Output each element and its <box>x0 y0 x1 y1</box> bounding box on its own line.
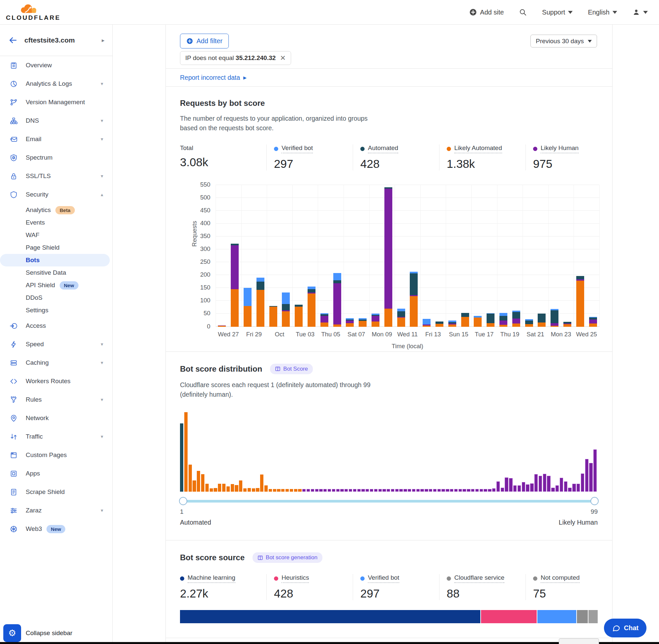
likely_automated-segment <box>499 325 508 326</box>
remove-filter-icon[interactable]: ✕ <box>280 54 286 62</box>
sidebar-item-network[interactable]: Network <box>0 409 112 427</box>
slider-handle-min[interactable] <box>179 497 187 505</box>
sidebar-item-api-shield[interactable]: API ShieldNew <box>0 279 112 292</box>
time-range-select[interactable]: Previous 30 days <box>531 34 597 47</box>
stacked-bar-day-15 <box>397 309 405 327</box>
sidebar-item-web3[interactable]: Web3New <box>0 520 112 538</box>
sidebar-item-label: Web3 <box>26 525 42 532</box>
add-filter-button[interactable]: Add filter <box>180 33 229 48</box>
x-axis-tick: Mon 23 <box>551 331 571 338</box>
stacked-bar-day-29 <box>576 276 584 327</box>
source-segment-cloudflare-service <box>576 610 588 623</box>
stat-label: Verified bot <box>368 574 399 583</box>
requests-time-chart: 050100150200250300350400450500550Wed 27F… <box>180 185 598 351</box>
sidebar-item-custom-pages[interactable]: Custom Pages <box>0 446 112 464</box>
search-button[interactable] <box>519 8 527 16</box>
slider-handle-max[interactable] <box>590 497 599 505</box>
sidebar-item-access[interactable]: Access <box>0 317 112 335</box>
sidebar-item-email[interactable]: Email▾ <box>0 130 112 148</box>
histogram-bar-score-45 <box>366 489 369 492</box>
sidebar-item-label: Version Management <box>26 98 85 106</box>
sidebar-item-version-management[interactable]: Version Management <box>0 93 112 112</box>
sidebar-item-analytics[interactable]: AnalyticsBeta <box>0 204 112 216</box>
sidebar-item-label: DDoS <box>26 294 43 301</box>
sidebar-item-label: Security <box>26 191 48 198</box>
sidebar-item-speed[interactable]: Speed▾ <box>0 335 112 353</box>
back-arrow-icon[interactable] <box>8 36 17 45</box>
verified_bot-segment <box>397 309 405 311</box>
sidebar-item-scrape-shield[interactable]: Scrape Shield <box>0 483 112 501</box>
cloudflare-logo[interactable]: CLOUDFLARE <box>6 4 61 21</box>
ssl-icon <box>10 172 18 180</box>
chevron-right-icon[interactable]: ▸ <box>101 37 104 44</box>
caching-icon <box>10 359 18 367</box>
gridline <box>216 185 216 327</box>
verified_bot-segment <box>257 278 264 282</box>
legend-dot <box>533 147 537 151</box>
partial-bottom-button[interactable] <box>559 638 599 644</box>
histogram-bar-score-97 <box>585 459 588 492</box>
sidebar-item-traffic[interactable]: Traffic▾ <box>0 427 112 446</box>
gear-icon[interactable]: ⚙ <box>3 624 21 642</box>
bot-score-source-card: Bot score source Bot score generation Ma… <box>166 540 612 623</box>
site-name[interactable]: cftestsite3.com <box>24 36 75 44</box>
histogram-bar-score-93 <box>568 488 571 492</box>
version-icon <box>10 98 18 106</box>
sidebar-item-workers-routes[interactable]: Workers Routes <box>0 372 112 390</box>
chat-button[interactable]: Chat <box>604 619 646 638</box>
language-menu[interactable]: English <box>588 8 617 16</box>
sidebar-item-caching[interactable]: Caching▾ <box>0 353 112 372</box>
collapse-sidebar[interactable]: ⚙ Collapse sidebar <box>3 624 72 642</box>
sidebar-item-analytics-logs[interactable]: Analytics & Logs▾ <box>0 74 112 93</box>
sidebar-item-rules[interactable]: Rules▾ <box>0 390 112 409</box>
histogram-bar-score-29 <box>298 489 301 492</box>
histogram-bar-score-43 <box>357 489 361 492</box>
active-filter-chip[interactable]: IP does not equal 35.212.240.32 ✕ <box>180 51 291 65</box>
bot-score-generation-badge[interactable]: Bot score generation <box>253 552 323 563</box>
chevron-down-icon: ▾ <box>100 341 103 347</box>
sidebar-item-label: Overview <box>26 62 52 69</box>
sidebar-item-sensitive-data[interactable]: Sensitive Data <box>0 267 112 279</box>
account-menu[interactable] <box>632 8 648 16</box>
histogram-bar-score-92 <box>564 481 567 492</box>
histogram-bar-score-36 <box>328 489 331 492</box>
bot-score-badge[interactable]: Bot Score <box>270 364 313 374</box>
sidebar-item-ssl-tls[interactable]: SSL/TLS▾ <box>0 167 112 185</box>
add-site-button[interactable]: Add site <box>469 8 504 16</box>
automated-segment <box>333 280 341 283</box>
sidebar-item-security[interactable]: Security▴ <box>0 185 112 204</box>
histogram-bar-score-60 <box>429 489 432 492</box>
report-incorrect-data-link[interactable]: Report incorrect data <box>180 74 240 82</box>
legend-dot <box>180 576 184 581</box>
sidebar-item-dns[interactable]: DNS▾ <box>0 112 112 130</box>
slider-track[interactable] <box>180 500 598 503</box>
gridline <box>548 185 548 327</box>
sidebar-item-ddos[interactable]: DDoS <box>0 292 112 304</box>
sidebar-item-settings[interactable]: Settings <box>0 304 112 317</box>
sidebar-item-zaraz[interactable]: Zaraz▾ <box>0 501 112 520</box>
rules-icon <box>10 396 18 404</box>
source-stats-row: Machine learning2.27kHeuristics428Verifi… <box>180 574 598 600</box>
sidebar-item-waf[interactable]: WAF <box>0 229 112 242</box>
sidebar-item-overview[interactable]: Overview <box>0 56 112 74</box>
automated-segment <box>538 314 546 322</box>
bot-score-distribution-card: Bot score distribution Bot Score Cloudfl… <box>166 352 612 540</box>
sidebar-item-apps[interactable]: Apps <box>0 464 112 483</box>
filter-text: IP does not equal 35.212.240.32 <box>185 54 276 62</box>
sidebar-item-page-shield[interactable]: Page Shield <box>0 242 112 254</box>
stacked-bar-day-30 <box>589 317 597 327</box>
chevron-down-icon: ▾ <box>100 173 103 179</box>
automated-segment <box>550 310 559 323</box>
histogram-bar-score-59 <box>425 489 428 492</box>
chevron-down-icon: ▾ <box>100 360 103 366</box>
y-axis-tick: 450 <box>190 207 210 214</box>
sidebar-item-spectrum[interactable]: Spectrum <box>0 148 112 167</box>
histogram-bar-score-71 <box>475 489 479 492</box>
histogram-bar-score-82 <box>522 482 525 492</box>
stat-value: 428 <box>274 587 349 600</box>
sidebar-item-events[interactable]: Events <box>0 216 112 229</box>
histogram-bar-score-4 <box>192 480 196 492</box>
slider-min-label: 1 <box>180 508 184 515</box>
sidebar-item-bots[interactable]: Bots <box>0 254 110 267</box>
support-menu[interactable]: Support <box>542 8 573 16</box>
